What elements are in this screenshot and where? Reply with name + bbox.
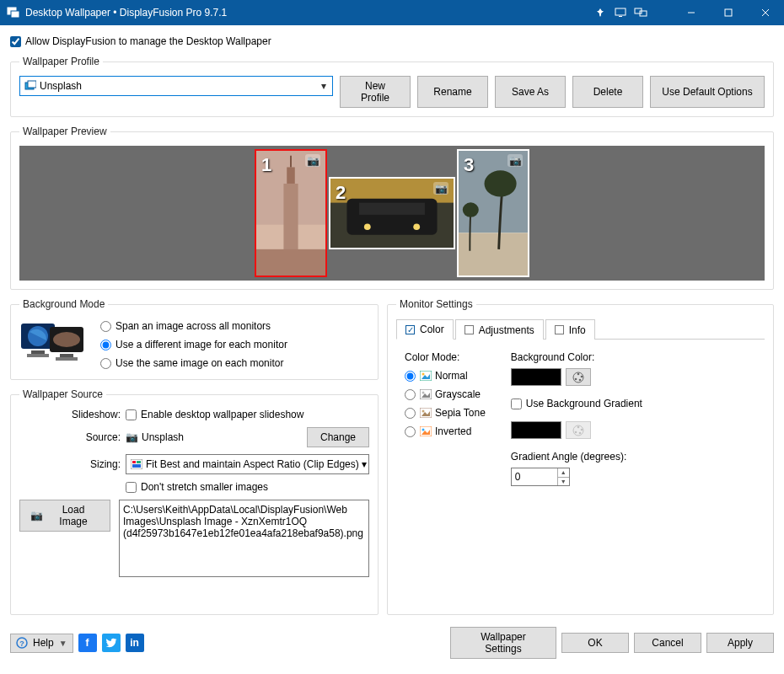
tab-color[interactable]: ✓Color <box>396 319 454 340</box>
monitor-tabs: ✓Color Adjustments Info <box>396 318 765 340</box>
bgmode-illustration <box>19 318 85 371</box>
chevron-down-icon: ▼ <box>59 639 67 648</box>
help-button[interactable]: ? Help ▼ <box>10 634 73 653</box>
mode-diff-radio[interactable]: Use a different image for each monitor <box>100 339 287 350</box>
svg-point-33 <box>53 332 80 347</box>
color-inverted-radio[interactable]: Inverted <box>405 425 486 437</box>
sizing-combo[interactable]: Fit Best and maintain Aspect Ratio (Clip… <box>126 454 369 474</box>
svg-rect-17 <box>256 249 325 275</box>
minimize-button[interactable] <box>673 0 710 25</box>
mode-same-radio[interactable]: Use the same image on each monitor <box>100 357 287 369</box>
monitor-1-preview[interactable]: 1 📷 <box>255 149 327 277</box>
monitor-2-preview[interactable]: 2 📷 <box>329 177 455 249</box>
preview-area: 1 📷 2 📷 3 📷 <box>19 146 765 281</box>
sizing-icon <box>131 459 142 469</box>
color-normal-radio[interactable]: Normal <box>405 370 486 382</box>
close-button[interactable] <box>747 0 784 25</box>
color-sepia-radio[interactable]: Sepia Tone <box>405 407 486 419</box>
title-bar: Desktop Wallpaper • DisplayFusion Pro 9.… <box>0 0 784 25</box>
apply-button[interactable]: Apply <box>706 633 774 653</box>
monsettings-legend: Monitor Settings <box>396 298 476 310</box>
footer: ? Help ▼ f in Wallpaper Settings OK Canc… <box>0 622 784 669</box>
pin-icon[interactable] <box>590 0 610 25</box>
spin-up-icon[interactable]: ▲ <box>558 468 569 478</box>
dont-stretch-checkbox[interactable]: Don't stretch smaller images <box>126 481 268 493</box>
svg-marker-15 <box>287 167 295 183</box>
color-grayscale-radio[interactable]: Grayscale <box>405 388 486 400</box>
new-profile-button[interactable]: New Profile <box>340 76 411 108</box>
profile-combo[interactable]: Unsplash ▾ <box>19 76 333 96</box>
svg-point-45 <box>422 392 425 394</box>
bg-color-label: Background Color: <box>511 351 756 363</box>
slideshow-label: Slideshow: <box>19 409 121 420</box>
wallpaper-settings-button[interactable]: Wallpaper Settings <box>450 627 556 659</box>
monitor-a-icon[interactable] <box>610 0 631 25</box>
svg-point-56 <box>575 377 577 380</box>
enable-slideshow-checkbox[interactable]: Enable desktop wallpaper slideshow <box>126 409 303 420</box>
save-as-button[interactable]: Save As <box>495 76 566 108</box>
spin-down-icon[interactable]: ▼ <box>558 478 569 486</box>
bg-color-picker-button[interactable] <box>566 368 591 386</box>
help-icon: ? <box>16 637 28 649</box>
svg-point-42 <box>422 373 425 376</box>
svg-rect-30 <box>31 350 45 354</box>
app-icon <box>7 6 20 19</box>
source-value: Unsplash <box>142 431 184 443</box>
delete-button[interactable]: Delete <box>572 76 643 108</box>
mode-span-radio[interactable]: Span an image across all monitors <box>100 320 287 332</box>
twitter-icon[interactable] <box>102 634 121 652</box>
svg-rect-39 <box>132 464 141 468</box>
svg-rect-23 <box>359 203 425 215</box>
chevron-down-icon: ▾ <box>317 80 330 92</box>
svg-point-48 <box>422 410 425 413</box>
svg-rect-2 <box>615 8 626 15</box>
svg-rect-38 <box>137 461 141 463</box>
svg-point-60 <box>579 431 582 434</box>
image-path-field[interactable]: C:\Users\Keith\AppData\Local\DisplayFusi… <box>119 500 369 577</box>
svg-point-27 <box>463 202 479 217</box>
monitor-b-icon[interactable] <box>631 0 651 25</box>
wallpaper-preview-group: Wallpaper Preview 1 📷 2 📷 3 📷 <box>10 126 774 290</box>
window-title: Desktop Wallpaper • DisplayFusion Pro 9.… <box>25 7 590 19</box>
picture-icon <box>420 408 432 418</box>
use-gradient-checkbox[interactable]: Use Background Gradient <box>511 398 642 409</box>
monitor-number: 2 <box>336 182 346 204</box>
tab-adjustments[interactable]: Adjustments <box>455 319 544 340</box>
rename-button[interactable]: Rename <box>417 76 488 108</box>
ok-button[interactable]: OK <box>561 633 629 653</box>
wallpaper-profile-group: Wallpaper Profile Unsplash ▾ New Profile… <box>10 56 774 117</box>
svg-text:?: ? <box>19 639 24 648</box>
source-legend: Wallpaper Source <box>19 388 106 400</box>
camera-icon: 📷 <box>305 154 320 167</box>
tab-info[interactable]: Info <box>545 319 595 340</box>
svg-rect-37 <box>132 461 136 463</box>
profile-legend: Wallpaper Profile <box>19 56 103 67</box>
load-image-button[interactable]: 📷 Load Image <box>19 500 110 532</box>
monitor-number: 3 <box>464 154 474 176</box>
svg-rect-7 <box>725 9 732 16</box>
svg-point-58 <box>577 425 580 428</box>
camera-icon: 📷 <box>126 431 138 443</box>
maximize-button[interactable] <box>710 0 747 25</box>
allow-manage-checkbox[interactable]: Allow DisplayFusion to manage the Deskto… <box>10 35 774 47</box>
svg-rect-25 <box>459 233 528 275</box>
bg-color-swatch[interactable] <box>511 368 561 386</box>
svg-point-21 <box>364 223 371 230</box>
linkedin-icon[interactable]: in <box>126 634 144 652</box>
camera-icon: 📷 <box>433 182 448 195</box>
profile-icon <box>24 80 36 92</box>
svg-point-53 <box>577 372 580 375</box>
svg-rect-34 <box>60 354 73 357</box>
gradient-color-picker-button[interactable] <box>566 421 591 439</box>
svg-rect-1 <box>11 11 19 18</box>
gradient-color-swatch[interactable] <box>511 421 561 439</box>
facebook-icon[interactable]: f <box>78 634 97 652</box>
change-source-button[interactable]: Change <box>307 427 369 447</box>
use-default-button[interactable]: Use Default Options <box>650 76 765 108</box>
sizing-label: Sizing: <box>19 458 121 470</box>
wallpaper-source-group: Wallpaper Source Slideshow: Enable deskt… <box>10 388 379 615</box>
monitor-3-preview[interactable]: 3 📷 <box>457 149 529 277</box>
gradient-angle-input[interactable]: ▲▼ <box>511 468 570 486</box>
preview-legend: Wallpaper Preview <box>19 126 110 137</box>
cancel-button[interactable]: Cancel <box>634 633 701 653</box>
